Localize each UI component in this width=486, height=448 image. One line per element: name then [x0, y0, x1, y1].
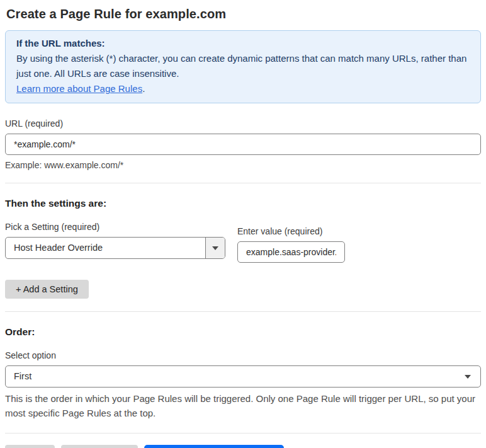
- add-setting-button[interactable]: + Add a Setting: [5, 280, 89, 299]
- dropdown-arrow-button[interactable]: [205, 238, 225, 258]
- page-title: Create a Page Rule for example.com: [6, 7, 480, 21]
- info-box-heading: If the URL matches:: [16, 36, 470, 51]
- info-box-link-line: Learn more about Page Rules.: [16, 81, 470, 96]
- pick-setting-dropdown[interactable]: Host Header Override: [5, 237, 225, 259]
- divider: [5, 433, 481, 434]
- setting-value-input[interactable]: [237, 241, 345, 263]
- order-help-text: This is the order in which your Page Rul…: [5, 391, 481, 420]
- divider: [5, 311, 481, 312]
- divider: [5, 183, 481, 183]
- footer-actions: Cancel Save as Draft Save and Deploy Pag…: [5, 445, 481, 448]
- url-field-label: URL (required): [5, 118, 481, 129]
- url-match-info-box: If the URL matches: By using the asteris…: [5, 30, 481, 103]
- order-section-heading: Order:: [5, 326, 481, 338]
- save-draft-button[interactable]: Save as Draft: [61, 445, 138, 448]
- url-input[interactable]: [5, 134, 481, 155]
- order-select[interactable]: First: [5, 365, 481, 388]
- chevron-down-icon: [212, 246, 218, 250]
- settings-section-heading: Then the settings are:: [5, 198, 481, 209]
- save-deploy-button[interactable]: Save and Deploy Page Rule: [144, 445, 284, 448]
- order-select-value: First: [6, 366, 465, 387]
- pick-setting-column: Pick a Setting (required) Host Header Ov…: [5, 222, 225, 259]
- enter-value-label: Enter value (required): [237, 226, 345, 236]
- chevron-down-icon: [465, 375, 480, 379]
- settings-row: Pick a Setting (required) Host Header Ov…: [5, 222, 481, 263]
- page-rule-form: Create a Page Rule for example.com If th…: [0, 7, 486, 448]
- pick-setting-value: Host Header Override: [6, 238, 205, 258]
- pick-setting-label: Pick a Setting (required): [5, 222, 225, 232]
- cancel-button[interactable]: Cancel: [5, 445, 55, 448]
- url-example-hint: Example: www.example.com/*: [5, 160, 481, 170]
- info-box-body: By using the asterisk (*) character, you…: [16, 51, 470, 81]
- enter-value-column: Enter value (required): [237, 222, 345, 263]
- link-period: .: [142, 83, 145, 94]
- learn-more-link[interactable]: Learn more about Page Rules: [16, 83, 142, 94]
- order-select-label: Select option: [5, 350, 481, 360]
